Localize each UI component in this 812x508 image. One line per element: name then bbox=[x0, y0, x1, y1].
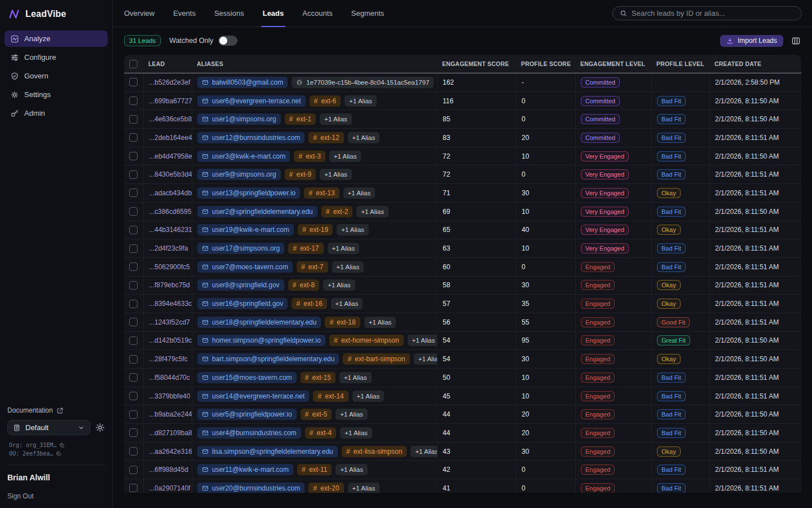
uuid-alias-badge[interactable]: 1e77039e-c15b-4bee-8c04-151ac5ea1797 bbox=[292, 77, 434, 88]
sidebar-item-settings[interactable]: Settings bbox=[5, 86, 108, 103]
extra-alias-badge[interactable]: +1 Alias bbox=[356, 206, 389, 217]
extra-alias-badge[interactable]: +1 Alias bbox=[336, 409, 368, 420]
extra-alias-badge[interactable]: +1 Alias bbox=[343, 187, 376, 199]
extra-alias-badge[interactable]: +1 Alias bbox=[414, 353, 437, 365]
extra-alias-badge[interactable]: +1 Alias bbox=[339, 372, 372, 383]
row-checkbox[interactable] bbox=[129, 281, 138, 290]
extra-alias-badge[interactable]: +1 Alias bbox=[352, 391, 385, 402]
email-alias-badge[interactable]: user19@kwik-e-mart.com bbox=[197, 224, 294, 235]
lead-id[interactable]: ...2d4f23c9fa bbox=[149, 244, 188, 252]
email-alias-badge[interactable]: user2@springfieldelementary.edu bbox=[197, 206, 317, 217]
lead-id[interactable]: ...8430e5b3d4 bbox=[149, 170, 192, 178]
lead-id[interactable]: ...5062900fc5 bbox=[149, 263, 190, 271]
email-alias-badge[interactable]: user11@kwik-e-mart.com bbox=[197, 464, 293, 475]
extra-alias-badge[interactable]: +1 Alias bbox=[348, 483, 380, 493]
email-alias-badge[interactable]: user14@evergreen-terrace.net bbox=[197, 391, 309, 402]
email-alias-badge[interactable]: bart.simpson@springfieldelementary.edu bbox=[197, 353, 339, 365]
row-checkbox[interactable] bbox=[129, 97, 138, 105]
extra-alias-badge[interactable]: +1 Alias bbox=[340, 427, 372, 439]
extra-alias-badge[interactable]: +1 Alias bbox=[364, 317, 396, 328]
row-checkbox[interactable] bbox=[129, 336, 138, 345]
external-id-badge[interactable]: #ext-9 bbox=[285, 169, 316, 180]
lead-id[interactable]: ...8394e4633c bbox=[149, 300, 192, 308]
row-checkbox[interactable] bbox=[129, 447, 138, 456]
search-input[interactable] bbox=[632, 9, 795, 17]
email-alias-badge[interactable]: user5@springfieldpower.io bbox=[197, 409, 297, 420]
row-checkbox[interactable] bbox=[129, 318, 138, 326]
external-id-badge[interactable]: #ext-4 bbox=[305, 427, 337, 439]
email-alias-badge[interactable]: lisa.simpson@springfieldelementary.edu bbox=[197, 446, 338, 457]
row-checkbox[interactable] bbox=[129, 78, 138, 86]
external-id-badge[interactable]: #ext-bart-simpson bbox=[343, 353, 409, 365]
extra-alias-badge[interactable]: +1 Alias bbox=[408, 335, 437, 346]
row-checkbox[interactable] bbox=[129, 484, 138, 492]
email-alias-badge[interactable]: user17@simpsons.org bbox=[197, 243, 284, 254]
row-checkbox[interactable] bbox=[129, 226, 138, 234]
external-id-badge[interactable]: #ext-16 bbox=[292, 298, 326, 309]
external-id-badge[interactable]: #ext-13 bbox=[304, 187, 339, 199]
sidebar-item-configure[interactable]: Configure bbox=[5, 49, 108, 65]
extra-alias-badge[interactable]: +1 Alias bbox=[345, 95, 377, 107]
lead-id[interactable]: ...c386cd6595 bbox=[149, 208, 191, 216]
external-id-badge[interactable]: #ext-homer-simpson bbox=[329, 335, 404, 346]
import-leads-button[interactable]: Import Leads bbox=[720, 35, 783, 47]
extra-alias-badge[interactable]: +1 Alias bbox=[337, 224, 369, 235]
external-id-badge[interactable]: #ext-8 bbox=[288, 279, 320, 291]
external-id-badge[interactable]: #ext-17 bbox=[288, 243, 323, 254]
row-checkbox[interactable] bbox=[129, 115, 138, 124]
sidebar-item-admin[interactable]: Admin bbox=[5, 105, 108, 121]
sidebar-item-analyze[interactable]: Analyze bbox=[5, 30, 108, 47]
environment-select[interactable]: Default bbox=[7, 420, 90, 435]
tab-segments[interactable]: Segments bbox=[351, 0, 385, 27]
external-id-badge[interactable]: #ext-18 bbox=[325, 317, 360, 328]
lead-id[interactable]: ...44b3146231 bbox=[149, 226, 192, 234]
lead-id[interactable]: ...f58044d70c bbox=[149, 374, 190, 382]
email-alias-badge[interactable]: user7@moes-tavern.com bbox=[197, 261, 293, 273]
row-checkbox[interactable] bbox=[129, 189, 138, 197]
lead-id[interactable]: ...adacb434db bbox=[149, 189, 192, 197]
extra-alias-badge[interactable]: +1 Alias bbox=[323, 279, 355, 291]
lead-id[interactable]: ...eb4d47958e bbox=[149, 152, 192, 160]
email-alias-badge[interactable]: user8@springfield.gov bbox=[197, 279, 284, 291]
row-checkbox[interactable] bbox=[129, 133, 138, 142]
email-alias-badge[interactable]: user16@springfield.gov bbox=[197, 298, 288, 309]
email-alias-badge[interactable]: user13@springfieldpower.io bbox=[197, 187, 300, 199]
row-checkbox[interactable] bbox=[129, 373, 138, 382]
row-checkbox[interactable] bbox=[129, 170, 138, 179]
email-alias-badge[interactable]: user6@evergreen-terrace.net bbox=[197, 95, 306, 107]
external-id-badge[interactable]: #ext-19 bbox=[298, 224, 333, 235]
external-id-badge[interactable]: #ext-3 bbox=[294, 151, 325, 162]
row-checkbox[interactable] bbox=[129, 300, 138, 308]
search-bar[interactable] bbox=[612, 6, 802, 20]
row-checkbox[interactable] bbox=[129, 355, 138, 364]
email-alias-badge[interactable]: balwill0503@gmail.com bbox=[197, 77, 288, 88]
external-id-badge[interactable]: #ext-12 bbox=[308, 132, 343, 143]
lead-id[interactable]: ...f879ebc75d bbox=[149, 281, 190, 289]
copy-icon[interactable] bbox=[59, 443, 65, 448]
tab-events[interactable]: Events bbox=[173, 0, 196, 27]
row-checkbox[interactable] bbox=[129, 207, 138, 216]
lead-id[interactable]: ...b9aba2e244 bbox=[149, 410, 192, 418]
external-id-badge[interactable]: #ext-2 bbox=[321, 206, 353, 217]
row-checkbox[interactable] bbox=[129, 410, 138, 419]
copy-icon[interactable] bbox=[56, 451, 61, 457]
email-alias-badge[interactable]: user20@burnsindustries.com bbox=[197, 483, 304, 493]
sidebar-item-govern[interactable]: Govern bbox=[5, 68, 108, 84]
documentation-link[interactable]: Documentation bbox=[7, 406, 105, 414]
tab-overview[interactable]: Overview bbox=[124, 0, 155, 27]
extra-alias-badge[interactable]: +1 Alias bbox=[320, 169, 352, 180]
row-checkbox[interactable] bbox=[129, 262, 138, 271]
external-id-badge[interactable]: #ext-20 bbox=[308, 483, 343, 493]
tab-accounts[interactable]: Accounts bbox=[302, 0, 332, 27]
lead-id[interactable]: ...1243f52cd7 bbox=[149, 318, 190, 326]
external-id-badge[interactable]: #ext-lisa-simpson bbox=[342, 446, 407, 457]
tab-sessions[interactable]: Sessions bbox=[214, 0, 244, 27]
extra-alias-badge[interactable]: +1 Alias bbox=[332, 261, 364, 273]
row-checkbox[interactable] bbox=[129, 392, 138, 400]
lead-id[interactable]: ...aa2642e316 bbox=[149, 448, 192, 456]
external-id-badge[interactable]: #ext-7 bbox=[297, 261, 328, 273]
row-checkbox[interactable] bbox=[129, 428, 138, 437]
lead-id[interactable]: ...d142b0519c bbox=[149, 336, 192, 344]
extra-alias-badge[interactable]: +1 Alias bbox=[336, 464, 368, 475]
theme-toggle-sun-icon[interactable] bbox=[95, 423, 105, 432]
